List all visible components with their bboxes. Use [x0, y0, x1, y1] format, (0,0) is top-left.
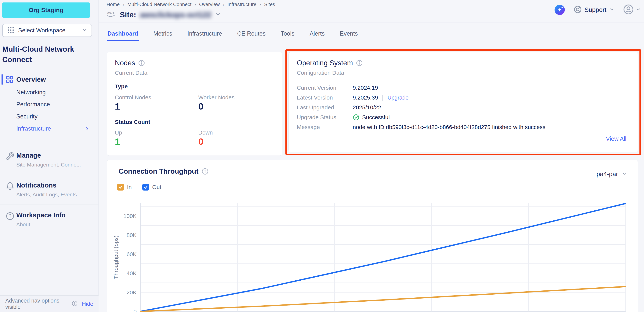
nodes-card-title[interactable]: Nodes — [115, 59, 135, 67]
site-header: aws Site: awsclickops-oct122 — [106, 9, 221, 20]
aws-logo: aws — [106, 10, 116, 19]
breadcrumb-overview[interactable]: Overview — [199, 1, 220, 7]
svg-text:Throughput (bps): Throughput (bps) — [113, 235, 119, 279]
overview-grid-icon — [5, 75, 14, 84]
row-value: node with ID db590f3c-d11c-4d20-b866-bd4… — [353, 124, 546, 130]
os-row-latest-version: Latest Version 9.2025.39 Upgrade — [297, 93, 546, 103]
toggle-in[interactable]: In — [117, 184, 132, 190]
svg-text:20K: 20K — [126, 289, 137, 296]
page: Org Staging Select Workspace Multi-Cloud… — [0, 0, 644, 312]
success-check-icon — [353, 114, 360, 121]
tab-tools[interactable]: Tools — [280, 30, 295, 41]
os-config-rows: Current Version 9.2024.19 Latest Version… — [297, 83, 546, 132]
chevron-down-icon — [609, 7, 614, 13]
wrench-icon — [6, 152, 14, 161]
header-actions: ✦ ✦ Support — [554, 4, 641, 15]
os-card-title: Operating System — [297, 59, 353, 67]
sidebar-item-label: Infrastructure — [16, 125, 51, 132]
operating-system-card: Operating System Configuration Data Curr… — [288, 52, 638, 152]
breadcrumb-sites[interactable]: Sites — [264, 1, 275, 7]
tab-dashboard[interactable]: Dashboard — [107, 30, 139, 41]
os-row-message: Message node with ID db590f3c-d11c-4d20-… — [297, 122, 546, 132]
row-value: 9.2024.19 — [353, 85, 378, 91]
ai-assistant-button[interactable]: ✦ ✦ — [554, 5, 565, 15]
site-name-redacted: awsclickops-oct122 — [140, 10, 211, 19]
svg-text:80K: 80K — [126, 232, 137, 238]
sidebar-footer: Advanced nav options visible Hide — [0, 295, 98, 312]
breadcrumb-infrastructure[interactable]: Infrastructure — [228, 1, 256, 7]
row-label: Current Version — [297, 85, 353, 91]
worker-nodes-value: 0 — [198, 101, 203, 112]
os-row-last-upgraded: Last Upgraded 2025/10/22 — [297, 103, 546, 112]
chevron-right-icon — [84, 126, 90, 132]
toggle-out-label: Out — [152, 184, 161, 190]
view-all-link[interactable]: View All — [606, 136, 626, 142]
tab-alerts[interactable]: Alerts — [309, 30, 326, 41]
node-selector-dropdown[interactable]: pa4-par — [596, 170, 627, 178]
sidebar-item-networking[interactable]: Networking — [0, 86, 98, 98]
info-icon[interactable] — [356, 60, 363, 66]
sidebar-item-security[interactable]: Security — [0, 111, 98, 123]
tab-events[interactable]: Events — [339, 30, 358, 41]
nodes-card-subtitle: Current Data — [115, 70, 148, 76]
annotation-highlight-box: Operating System Configuration Data Curr… — [286, 49, 641, 155]
sidebar-section-workspace-info[interactable]: Workspace Info About — [0, 204, 98, 234]
toggle-in-label: In — [127, 184, 132, 190]
tab-infrastructure[interactable]: Infrastructure — [187, 30, 223, 41]
os-row-current-version: Current Version 9.2024.19 — [297, 83, 546, 93]
sidebar-item-overview[interactable]: Overview — [0, 73, 98, 86]
sidebar-section-manage[interactable]: Manage Site Management, Conne... — [0, 145, 98, 175]
sidebar-section-subtitle: Site Management, Conne... — [16, 162, 98, 168]
breadcrumb-separator: › — [260, 1, 261, 7]
chevron-down-icon[interactable] — [215, 11, 221, 18]
info-icon[interactable] — [138, 60, 145, 66]
tab-metrics[interactable]: Metrics — [152, 30, 173, 41]
upgrade-link[interactable]: Upgrade — [382, 95, 408, 101]
connection-throughput-card: Connection Throughput pa4-par — [107, 160, 638, 312]
os-card-subtitle: Configuration Data — [297, 70, 344, 76]
sidebar-item-label: Networking — [16, 89, 46, 96]
sidebar-item-label: Overview — [16, 76, 46, 83]
throughput-card-title: Connection Throughput — [119, 167, 198, 175]
support-label: Support — [584, 6, 606, 13]
account-menu[interactable] — [623, 4, 641, 15]
svg-text:40K: 40K — [126, 270, 137, 276]
org-banner[interactable]: Org Staging — [2, 2, 90, 18]
hide-nav-link[interactable]: Hide — [82, 301, 93, 307]
row-value: 9.2025.39 — [353, 94, 378, 101]
sidebar-section-label: Manage — [16, 152, 98, 159]
sidebar-section-label: Notifications — [16, 181, 98, 189]
type-header: Type — [115, 83, 128, 90]
info-icon — [6, 212, 14, 220]
row-label: Latest Version — [297, 94, 353, 101]
active-indicator — [2, 74, 3, 85]
checkbox-out — [142, 184, 149, 190]
status-badge: Successful — [362, 114, 390, 121]
row-value: 2025/10/22 — [353, 104, 381, 111]
worker-nodes-label: Worker Nodes — [198, 94, 234, 101]
sidebar-item-label: Performance — [16, 101, 50, 108]
svg-text:100K: 100K — [124, 213, 137, 219]
sidebar-title: Multi-Cloud Network Connect — [2, 44, 92, 65]
row-label: Last Upgraded — [297, 104, 353, 111]
tab-ce-routes[interactable]: CE Routes — [236, 30, 266, 41]
toggle-out[interactable]: Out — [142, 184, 161, 190]
control-nodes-label: Control Nodes — [115, 94, 151, 101]
sidebar-item-performance[interactable]: Performance — [0, 98, 98, 111]
info-icon — [72, 301, 78, 307]
support-menu[interactable]: Support — [574, 5, 614, 14]
sidebar-section-notifications[interactable]: Notifications Alerts, Audit Logs, Events — [0, 175, 98, 204]
breadcrumb-home[interactable]: Home — [106, 1, 120, 7]
chevron-down-icon — [636, 7, 641, 13]
info-icon[interactable] — [202, 168, 209, 175]
svg-text:0: 0 — [134, 309, 137, 312]
sidebar: Org Staging Select Workspace Multi-Cloud… — [0, 0, 98, 312]
sidebar-item-infrastructure[interactable]: Infrastructure — [0, 123, 98, 135]
workspace-selector[interactable]: Select Workspace — [2, 24, 92, 37]
avatar — [623, 4, 634, 15]
header-divider — [99, 22, 644, 23]
nodes-card: Nodes Current Data Type Control Nodes Wo… — [107, 52, 282, 156]
aws-logo-text: aws — [107, 11, 114, 15]
up-label: Up — [115, 129, 122, 136]
breadcrumb-mcn[interactable]: Multi-Cloud Network Connect — [127, 1, 192, 7]
